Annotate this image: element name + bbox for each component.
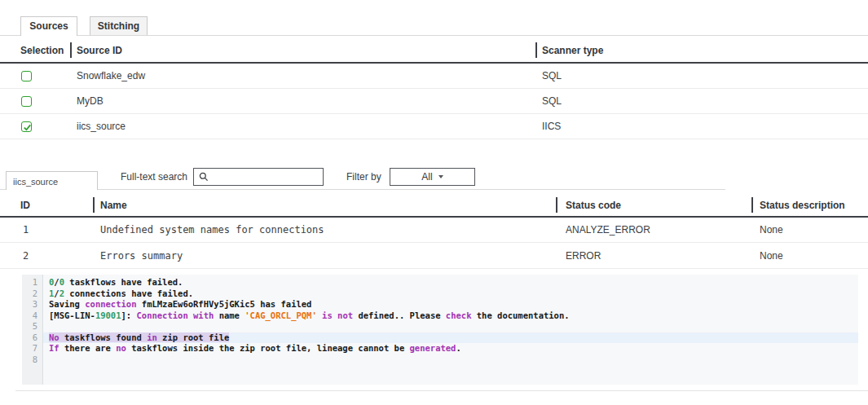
cell-id: 2 [23, 243, 29, 268]
chevron-down-icon [438, 175, 443, 178]
log-line: 4[MSG-LIN-19001]: Connection with name '… [22, 310, 858, 322]
header-divider [93, 197, 95, 213]
cell-scanner-type: SQL [542, 89, 562, 113]
log-line: 7If there are no taskflows inside the zi… [22, 343, 858, 354]
line-number: 2 [22, 288, 43, 300]
search-icon [199, 172, 209, 182]
line-number: 6 [22, 332, 43, 344]
bottom-divider [15, 390, 868, 391]
log-line-text: Saving connection fmLMzaEw6oRfHVy5jGKic5… [43, 299, 858, 310]
table-row[interactable]: 1 Undefined system names for connections… [0, 218, 868, 243]
log-line-text: If there are no taskflows inside the zip… [43, 343, 858, 354]
tab-stitching[interactable]: Stitching [90, 16, 148, 35]
cell-name: Errors summary [100, 243, 183, 268]
log-line-text: 0/0 taskflows have failed. [43, 277, 858, 288]
filter-value: All [421, 171, 432, 183]
cell-source-id: iics_source [77, 114, 126, 139]
tabbar-divider [0, 35, 868, 36]
col-header-scanner-type: Scanner type [542, 37, 603, 64]
line-number: 8 [22, 354, 43, 366]
search-box [193, 168, 324, 186]
line-number: 7 [22, 343, 43, 354]
col-header-source-id: Source ID [77, 37, 122, 64]
header-divider [70, 42, 72, 58]
cell-status-description: None [760, 243, 783, 268]
col-header-id: ID [20, 192, 30, 218]
table-row: MyDB SQL [0, 89, 868, 114]
log-line-text [43, 354, 858, 366]
col-header-name: Name [100, 192, 127, 218]
cell-id: 1 [23, 218, 29, 242]
search-input[interactable] [213, 170, 318, 183]
table-row: iics_source IICS [0, 114, 868, 139]
log-viewer: 10/0 taskflows have failed.21/2 connecti… [22, 275, 858, 385]
log-line: 10/0 taskflows have failed. [22, 277, 858, 288]
cell-source-id: MyDB [77, 89, 104, 113]
header-divider [556, 197, 557, 213]
log-lines: 10/0 taskflows have failed.21/2 connecti… [22, 275, 858, 365]
log-line: 8 [22, 354, 858, 366]
col-header-status-description: Status description [760, 192, 845, 218]
col-header-status-code: Status code [566, 192, 621, 218]
check-icon [23, 123, 32, 132]
row-checkbox[interactable] [21, 121, 32, 132]
search-label: Full-text search [121, 168, 187, 186]
log-line-text: No taskflows found in zip root file [43, 332, 858, 344]
cell-name: Undefined system names for connections [100, 218, 324, 242]
log-line-text: 1/2 connections have failed. [43, 288, 858, 300]
line-number: 3 [22, 299, 43, 310]
log-line: 6No taskflows found in zip root file [22, 332, 858, 344]
col-header-selection: Selection [20, 37, 64, 64]
filter-dropdown[interactable]: All [390, 168, 475, 186]
filter-label: Filter by [346, 168, 381, 186]
cell-status-code: ANALYZE_ERROR [566, 218, 650, 242]
line-number: 5 [22, 321, 43, 332]
cell-scanner-type: SQL [542, 64, 562, 88]
log-line-text [43, 321, 858, 332]
table-row: Snowflake_edw SQL [0, 64, 868, 89]
row-checkbox[interactable] [21, 96, 32, 107]
header-divider [751, 197, 753, 213]
line-number: 1 [22, 277, 43, 288]
results-tabbar-divider [0, 189, 725, 190]
row-checkbox[interactable] [21, 71, 32, 81]
cell-status-description: None [760, 218, 783, 242]
log-line: 5 [22, 321, 858, 332]
line-number: 4 [22, 310, 43, 322]
table-row[interactable]: 2 Errors summary ERROR None [0, 243, 868, 269]
log-line-text: [MSG-LIN-19001]: Connection with name 'C… [43, 310, 858, 322]
cell-scanner-type: IICS [542, 114, 561, 139]
log-line: 3Saving connection fmLMzaEw6oRfHVy5jGKic… [22, 299, 858, 310]
tab-iics-source[interactable]: iics_source [6, 171, 98, 190]
cell-status-code: ERROR [566, 243, 601, 268]
header-divider [535, 42, 537, 58]
app-window: Sources Stitching Selection Source ID Sc… [0, 0, 868, 405]
log-line: 21/2 connections have failed. [22, 288, 858, 300]
cell-source-id: Snowflake_edw [77, 64, 145, 88]
tab-sources[interactable]: Sources [20, 16, 77, 36]
